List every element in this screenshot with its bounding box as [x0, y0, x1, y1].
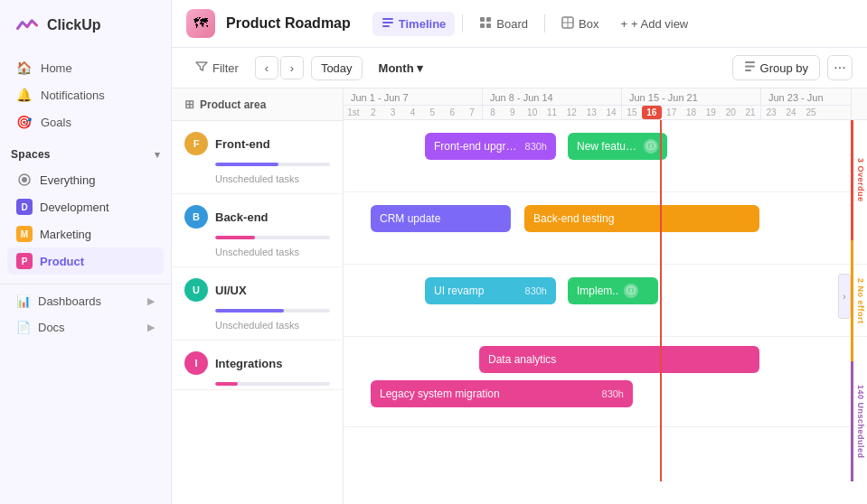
task-ui-revamp-hours: 830h — [525, 285, 547, 296]
task-frontend-upgrade[interactable]: Front-end upgrade 830h — [425, 133, 556, 160]
day-18: 18 — [682, 106, 702, 119]
month-label: Month — [379, 61, 414, 75]
sidebar-item-marketing[interactable]: M Marketing — [7, 220, 164, 247]
add-view-plus-icon: + — [620, 17, 627, 31]
task-ui-revamp[interactable]: UI revamp 830h — [425, 277, 556, 304]
day-11: 11 — [542, 106, 562, 119]
sidebar-item-notifications[interactable]: 🔔 Notifications — [7, 81, 164, 108]
svg-rect-6 — [486, 17, 491, 22]
box-view-icon — [561, 16, 574, 32]
group-by-label: Group by — [760, 61, 808, 75]
sidebar-item-docs[interactable]: 📄 Docs ▶ — [7, 314, 164, 341]
goals-icon: 🎯 — [16, 115, 32, 129]
frontend-progress-fill — [215, 163, 278, 166]
backend-avatar: B — [184, 205, 208, 229]
svg-rect-4 — [382, 25, 390, 27]
group-by-button[interactable]: Group by — [732, 55, 820, 80]
svg-rect-3 — [382, 22, 393, 23]
day-21: 21 — [740, 106, 760, 119]
task-backend-testing[interactable]: Back-end testing — [524, 205, 759, 232]
sidebar-item-dashboards-label: Dashboards — [38, 294, 101, 308]
backend-progress-fill — [215, 236, 255, 239]
frontend-avatar: F — [184, 132, 208, 155]
spaces-section-header: Spaces ▾ — [0, 139, 171, 164]
overdue-indicator: 3 Overdue — [851, 120, 867, 240]
sidebar-item-goals[interactable]: 🎯 Goals — [7, 108, 164, 135]
home-icon: 🏠 — [16, 61, 32, 75]
uiux-progress-bg — [215, 309, 330, 313]
day-5: 5 — [422, 106, 442, 119]
task-crm-update[interactable]: CRM update — [371, 205, 511, 232]
prev-arrow-button[interactable]: ‹ — [255, 56, 278, 79]
task-new-feature[interactable]: New feature.. ⓘ — [568, 133, 667, 160]
day-10: 10 — [523, 106, 542, 119]
docs-left: 📄 Docs — [16, 321, 65, 334]
sidebar-item-home[interactable]: 🏠 Home — [7, 54, 164, 81]
sidebar-item-everything-label: Everything — [40, 173, 95, 187]
collapse-handle[interactable]: › — [838, 274, 851, 319]
unscheduled-indicator: 140 Unscheduled — [851, 361, 867, 481]
view-tab-box[interactable]: Box — [552, 12, 608, 36]
app-name: ClickUp — [47, 17, 101, 33]
month-button[interactable]: Month ▾ — [370, 57, 432, 79]
task-legacy-migration[interactable]: Legacy system migration 830h — [371, 380, 633, 407]
left-panel: ⊞ Product area F Front-end Unscheduled t… — [172, 89, 344, 504]
view-tab-board[interactable]: Board — [470, 12, 537, 36]
notifications-icon: 🔔 — [16, 88, 32, 102]
task-new-feature-info-icon: ⓘ — [644, 139, 658, 154]
area-group-integrations: I Integrations — [172, 341, 343, 390]
week-jun15: Jun 15 - Jun 21 15 16 17 18 19 20 21 — [622, 89, 761, 119]
day-1: 1st — [344, 106, 363, 119]
task-frontend-upgrade-hours: 830h — [525, 141, 547, 152]
area-sort-icon[interactable]: ⊞ — [184, 98, 194, 111]
main-header: 🗺 Product Roadmap Timeline Board — [172, 0, 867, 48]
next-arrow-button[interactable]: › — [280, 56, 304, 79]
board-view-icon — [479, 16, 492, 32]
uiux-name: UI/UX — [215, 284, 247, 297]
task-data-analytics[interactable]: Data analytics — [479, 346, 759, 373]
frontend-progress-bg — [215, 163, 330, 166]
frontend-name: Front-end — [215, 137, 270, 151]
sidebar-item-product-label: Product — [40, 255, 84, 268]
today-line — [660, 120, 662, 481]
svg-rect-7 — [480, 23, 485, 28]
filter-button[interactable]: Filter — [186, 56, 248, 80]
today-button[interactable]: Today — [311, 56, 363, 80]
spaces-chevron-icon[interactable]: ▾ — [155, 149, 160, 161]
sidebar-item-home-label: Home — [41, 61, 72, 75]
uiux-progress-container — [172, 305, 343, 316]
frontend-header: F Front-end — [172, 121, 343, 159]
week-jun1-days: 1st 2 3 4 5 6 7 — [344, 106, 482, 119]
week-jun8: Jun 8 - Jun 14 8 9 10 11 12 13 14 — [483, 89, 622, 119]
overdue-label: 3 Overdue — [856, 158, 865, 202]
svg-point-1 — [22, 177, 27, 182]
logo: ClickUp — [0, 0, 171, 51]
day-19: 19 — [701, 106, 721, 119]
sidebar-item-everything[interactable]: Everything — [7, 166, 164, 193]
sidebar-item-product[interactable]: P Product — [7, 247, 164, 275]
view-divider — [462, 14, 463, 33]
dashboards-left: 📊 Dashboards — [16, 294, 101, 308]
uiux-header: U UI/UX — [172, 267, 343, 305]
task-new-feature-label: New feature.. — [577, 140, 638, 153]
product-avatar: P — [16, 253, 33, 269]
day-8: 8 — [483, 106, 503, 119]
sidebar-item-dashboards[interactable]: 📊 Dashboards ▶ — [7, 288, 164, 314]
integrations-progress-fill — [215, 382, 238, 386]
task-implement-label: Implem.. — [577, 285, 618, 297]
task-implement[interactable]: Implem.. ⓘ — [568, 277, 658, 304]
sidebar-bottom: 📊 Dashboards ▶ 📄 Docs ▶ — [0, 284, 171, 344]
everything-icon — [16, 172, 33, 188]
integrations-name: Integrations — [215, 357, 282, 370]
dashboards-icon: 📊 — [16, 294, 31, 308]
group-by-icon — [744, 61, 756, 75]
more-options-button[interactable]: ··· — [827, 55, 853, 80]
backend-progress-container — [172, 232, 343, 243]
day-13: 13 — [581, 106, 601, 119]
sidebar-item-development[interactable]: D Development — [7, 193, 164, 220]
day-16-today: 16 — [642, 106, 662, 119]
integrations-header: I Integrations — [172, 341, 343, 378]
view-tab-timeline[interactable]: Timeline — [372, 12, 456, 36]
area-column-label: Product area — [200, 98, 266, 111]
add-view-button[interactable]: + + Add view — [611, 13, 697, 35]
